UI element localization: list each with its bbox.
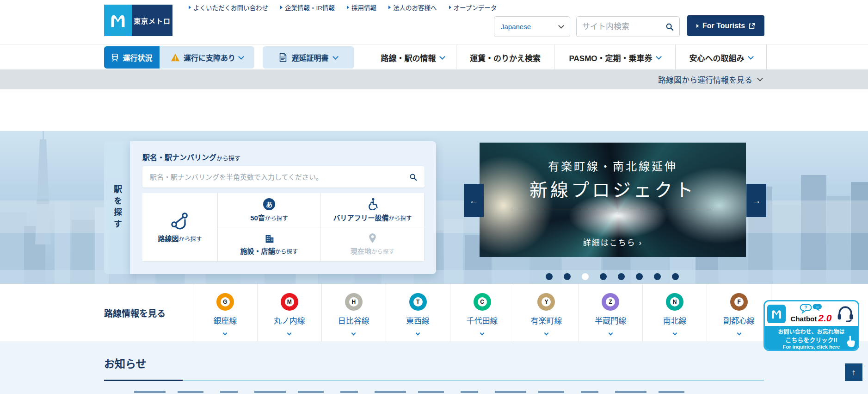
nav-item-fare-search[interactable]: 運賃・のりかえ検索: [456, 45, 554, 70]
find-station-tab[interactable]: 駅を探す: [104, 141, 130, 274]
document-icon: [279, 53, 287, 62]
chevron-down-icon: [672, 331, 677, 336]
carousel-dots: [546, 273, 679, 280]
arrow-right-icon: [696, 24, 699, 28]
line-item-hibiya[interactable]: H 日比谷線: [321, 284, 386, 341]
chatbot-banner[interactable]: ?... Chatbot 2.0 お問い合わせ、お忘れ物は こちらをクリック!!…: [763, 300, 859, 351]
carousel-dot-7[interactable]: [654, 273, 661, 280]
current-location-option[interactable]: 現在地から探す: [321, 227, 425, 262]
external-link-icon: [749, 23, 755, 29]
utility-link-corporate[interactable]: 企業情報・IR情報: [280, 3, 335, 12]
scroll-to-top-button[interactable]: ↑: [845, 363, 862, 381]
utility-link-faq[interactable]: よくいただくお問い合わせ: [189, 3, 268, 12]
station-search-options: 路線図から探す あ 50音から探す バリアフリー設備から探す 施設・店舗: [142, 193, 425, 262]
carousel-next-button[interactable]: →: [746, 184, 766, 217]
carousel-dot-3-active[interactable]: [582, 273, 589, 280]
barrier-free-option[interactable]: バリアフリー設備から探す: [321, 193, 425, 227]
line-item-hanzomon[interactable]: Z 半蔵門線: [578, 284, 642, 341]
nav-item-group: 路線・駅の情報 運賃・のりかえ検索 PASMO・定期・乗車券 安心への取組み: [369, 45, 767, 70]
language-value: Japanese: [501, 23, 531, 31]
line-badge-icon: G: [216, 293, 234, 311]
route-map-status-link[interactable]: 路線図から運行情報を見る: [658, 69, 762, 89]
train-icon: [111, 53, 119, 62]
chevron-down-icon: [656, 54, 662, 60]
station-search-input[interactable]: [150, 173, 409, 181]
chatbot-brand: Chatbot: [791, 315, 817, 323]
for-tourists-button[interactable]: For Tourists: [687, 15, 764, 36]
chevron-down-icon: [608, 331, 613, 336]
kana-option[interactable]: あ 50音から探す: [218, 193, 321, 227]
carousel-dot-8[interactable]: [672, 273, 679, 280]
chevron-down-icon: [757, 75, 763, 81]
site-search-input[interactable]: [582, 22, 665, 31]
carousel-dot-2[interactable]: [564, 273, 571, 280]
line-item-ginza[interactable]: G 銀座線: [193, 284, 257, 341]
line-badge-icon: C: [474, 293, 491, 311]
line-badge-icon: T: [409, 293, 427, 311]
option-label: 施設・店舗から探す: [240, 246, 298, 256]
chevron-down-icon: [480, 331, 485, 336]
logo-wordmark: 東京メトロ: [132, 5, 172, 36]
service-status-group: 運行状況 運行に支障あり: [104, 46, 254, 69]
carousel-slide-new-line-project[interactable]: 有楽町線・南北線延伸 新線プロジェクト 詳細はこちら ›: [480, 143, 746, 257]
line-item-yurakucho[interactable]: Y 有楽町線: [514, 284, 578, 341]
slide-cta-link[interactable]: 詳細はこちら ›: [480, 236, 746, 248]
arrow-right-icon: [347, 6, 349, 9]
nav-item-pasmo-tickets[interactable]: PASMO・定期・乗車券: [554, 45, 675, 70]
carousel-dot-1[interactable]: [546, 273, 553, 280]
carousel-dot-6[interactable]: [636, 273, 643, 280]
chevron-down-icon: [558, 23, 564, 29]
line-badge-icon: N: [666, 293, 683, 311]
line-item-marunouchi[interactable]: M 丸ノ内線: [257, 284, 321, 341]
line-item-namboku[interactable]: N 南北線: [642, 284, 707, 341]
carousel-dot-5[interactable]: [618, 273, 625, 280]
lines-section-label: 路線情報を見る: [104, 284, 193, 341]
slide-title-line1: 有楽町線・南北線延伸: [480, 157, 746, 174]
line-item-tozai[interactable]: T 東西線: [386, 284, 450, 341]
utility-nav: よくいただくお問い合わせ 企業情報・IR情報 採用情報 法人のお客様へ オープン…: [189, 3, 497, 12]
train-status-button[interactable]: 運行状況: [104, 46, 160, 69]
heading-rule-accent: [104, 380, 183, 381]
line-item-chiyoda[interactable]: C 千代田線: [450, 284, 514, 341]
disruption-status-button[interactable]: 運行に支障あり: [160, 46, 254, 69]
arrow-right-icon: [280, 6, 283, 9]
utility-link-recruit[interactable]: 採用情報: [347, 3, 376, 12]
search-icon[interactable]: [409, 173, 417, 181]
kana-circle-icon: あ: [263, 198, 275, 210]
search-icon[interactable]: [665, 23, 674, 31]
route-map-status-bar: 路線図から運行情報を見る: [0, 69, 868, 89]
slide-title-line2: 新線プロジェクト: [480, 175, 746, 201]
nav-item-safety[interactable]: 安心への取組み: [675, 45, 767, 70]
route-map-option[interactable]: 路線図から探す: [142, 193, 218, 262]
clipped-news-row[interactable]: [134, 391, 684, 393]
carousel-dot-4[interactable]: [600, 273, 607, 280]
facility-shop-option[interactable]: 施設・店舗から探す: [218, 227, 321, 262]
line-badge-icon: M: [281, 293, 298, 311]
language-select[interactable]: Japanese: [494, 16, 570, 37]
warning-icon: [171, 53, 180, 62]
delay-certificate-button[interactable]: 遅延証明書: [263, 46, 354, 69]
chevron-down-icon: [748, 54, 754, 60]
route-map-icon: [170, 212, 190, 231]
station-search-field: [142, 166, 425, 188]
line-item-fukutoshin[interactable]: F 副都心線: [707, 284, 771, 341]
svg-text:?: ?: [804, 305, 807, 310]
utility-link-business[interactable]: 法人のお客様へ: [388, 3, 437, 12]
chevron-down-icon: [238, 54, 244, 60]
chevron-down-icon: [287, 331, 292, 336]
station-search-title: 駅名・駅ナンバリングから探す: [142, 151, 240, 163]
chevron-down-icon: [332, 54, 339, 60]
tokyo-metro-homepage: 東京メトロ よくいただくお問い合わせ 企業情報・IR情報 採用情報 法人のお客様…: [0, 0, 868, 394]
arrow-right-icon: [388, 6, 391, 9]
nav-item-lines-stations[interactable]: 路線・駅の情報: [369, 45, 456, 70]
chevron-down-icon: [439, 54, 445, 60]
carousel-prev-button[interactable]: ←: [464, 184, 484, 217]
chatbot-line2: こちらをクリック!!: [765, 335, 858, 344]
building-icon: [264, 233, 275, 244]
utility-link-opendata[interactable]: オープンデータ: [449, 3, 497, 12]
metro-logo[interactable]: 東京メトロ: [104, 5, 172, 36]
arrow-right-icon: [189, 6, 191, 9]
hero-section: 駅を探す 駅名・駅ナンバリングから探す 路線図から探す: [0, 131, 868, 284]
chevron-right-icon: ›: [639, 238, 643, 247]
wheelchair-icon: [367, 198, 378, 210]
